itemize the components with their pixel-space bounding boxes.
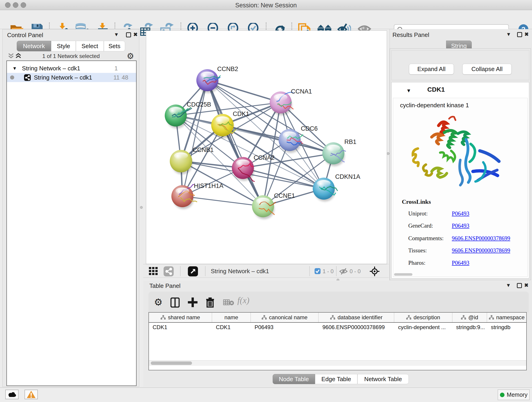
table-panel-collapse-icon[interactable]: ▼	[506, 282, 511, 288]
network-node-count: 11	[114, 74, 120, 81]
svg-text:CDKN1A: CDKN1A	[335, 173, 360, 180]
cell-namespace[interactable]: stringdb	[487, 323, 526, 332]
delete-table-icon[interactable]	[223, 299, 234, 306]
table-panel-float-icon[interactable]	[517, 283, 522, 288]
crosslink-tissues-link[interactable]: 9606.ENSP00000378699	[452, 247, 510, 254]
footer-separator	[336, 266, 336, 276]
control-panel-close-icon[interactable]: ✖	[133, 32, 138, 38]
network-group-row[interactable]: ▼ String Network – cdk1 1	[7, 64, 136, 73]
column-header[interactable]: name	[212, 313, 251, 322]
open-in-window-icon[interactable]	[188, 266, 198, 276]
tab-network-table[interactable]: Network Table	[357, 374, 409, 384]
network-thumbnail-share-icon[interactable]	[164, 266, 174, 276]
table-row[interactable]: CDK1 CDK1 P06493 9606.ENSP00000378699 cy…	[149, 323, 526, 332]
results-panel-collapse-icon[interactable]: ▼	[506, 32, 511, 37]
expand-all-button[interactable]: Expand All	[409, 64, 454, 75]
tab-network[interactable]: Network	[17, 41, 51, 51]
expand-collapse-section: Expand All Collapse All	[391, 50, 529, 80]
cell-shared-name[interactable]: CDK1	[149, 323, 212, 332]
table-hscrollbar-thumb[interactable]	[151, 361, 192, 365]
crosslink-label: Uniprot:	[408, 211, 428, 217]
tree-expand-icon[interactable]: ▼	[12, 66, 17, 71]
column-hierarchy-icon	[489, 315, 494, 320]
gene-details: cyclin-dependent kinase 1	[393, 98, 528, 277]
control-panel-title: Control Panel	[7, 32, 43, 39]
tab-edge-table[interactable]: Edge Table	[315, 374, 357, 384]
gene-description: cyclin-dependent kinase 1	[400, 102, 469, 109]
column-header[interactable]: description	[394, 313, 452, 322]
control-panel-float-icon[interactable]	[126, 32, 131, 37]
column-header[interactable]: database identifier	[319, 313, 394, 322]
svg-text:CCNB1: CCNB1	[193, 147, 214, 153]
tab-select[interactable]: Select	[76, 41, 104, 51]
right-splitter-handle[interactable]	[387, 152, 389, 155]
cell-name[interactable]: CDK1	[212, 323, 251, 332]
warnings-button[interactable]	[25, 390, 38, 399]
results-panel-title: Results Panel	[393, 32, 429, 38]
column-hierarchy-icon	[262, 315, 267, 320]
table-header-row: shared name name canonical name database…	[149, 313, 526, 323]
show-columns-icon[interactable]	[171, 298, 180, 307]
column-header[interactable]: namespace	[487, 313, 526, 322]
crosslink-pharos-link[interactable]: P06493	[452, 260, 469, 266]
column-hierarchy-icon	[330, 315, 335, 320]
cell-id[interactable]: stringdb:9...	[452, 323, 487, 332]
results-panel-close-icon[interactable]: ✖	[525, 32, 529, 37]
tab-style[interactable]: Style	[51, 41, 76, 51]
delete-column-trash-icon[interactable]	[206, 297, 215, 307]
collapse-all-button[interactable]: Collapse All	[462, 64, 512, 75]
gene-collapse-icon[interactable]: ▼	[406, 88, 411, 94]
cloud-sync-button[interactable]	[5, 390, 19, 399]
column-header[interactable]: canonical name	[251, 313, 319, 322]
hidden-eye-icon[interactable]	[339, 268, 348, 275]
network-footer-bar: String Network – cdk1 1 - 0 0 - 0	[143, 264, 389, 278]
footer-separator	[205, 266, 206, 276]
tab-node-table[interactable]: Node Table	[273, 374, 315, 384]
add-column-plus-icon[interactable]	[188, 298, 197, 307]
cell-canonical-name[interactable]: P06493	[251, 323, 319, 332]
memory-button[interactable]: Memory	[498, 389, 530, 400]
crosslink-label: GeneCard:	[408, 223, 433, 229]
table-settings-gear-icon[interactable]: ⚙	[154, 297, 163, 308]
grid-view-icon[interactable]	[149, 267, 160, 276]
network-options-gear-icon[interactable]: ⚙	[127, 51, 134, 61]
control-panel-collapse-icon[interactable]: ▼	[114, 32, 119, 38]
column-hierarchy-icon	[406, 315, 411, 320]
gene-section: ▼ CDK1 cyclin-dependent kinase 1	[391, 82, 529, 279]
selected-checkbox-icon[interactable]	[315, 268, 321, 274]
column-header[interactable]: shared name	[149, 313, 212, 322]
column-header[interactable]: @id	[452, 313, 487, 322]
svg-text:CDC25B: CDC25B	[187, 101, 211, 108]
crosslink-genecard-link[interactable]: P06493	[452, 223, 469, 229]
results-hscrollbar-thumb[interactable]	[394, 273, 412, 276]
crosslink-uniprot-link[interactable]: P06493	[452, 211, 469, 217]
left-splitter-handle[interactable]	[140, 206, 143, 209]
tab-sets[interactable]: Sets	[104, 41, 125, 51]
network-selection-status: 1 of 1 Network selected	[2, 53, 139, 59]
svg-text:HIST1H1A: HIST1H1A	[194, 182, 223, 189]
svg-text:CCNA2: CCNA2	[254, 154, 275, 161]
network-list: ▼ String Network – cdk1 1 String Network…	[6, 61, 137, 386]
network-graph[interactable]: CCNB2CCNA1CDC25BCDK1CDC6RB1CCNB1CCNA2CDK…	[146, 31, 387, 264]
gene-title: CDK1	[427, 86, 445, 93]
string-results-container: Expand All Collapse All ▼ CDK1 cyclin-de…	[390, 48, 531, 280]
results-panel-float-icon[interactable]	[517, 32, 522, 37]
network-status-dot-icon	[10, 75, 14, 80]
title-bar: Session: New Session	[0, 0, 532, 10]
memory-status-dot-icon	[500, 393, 505, 397]
footer-separator	[309, 266, 310, 276]
table-type-tabs: Node Table Edge Table Network Table	[273, 374, 409, 384]
svg-text:RB1: RB1	[344, 138, 356, 145]
crosslink-compartments-link[interactable]: 9606.ENSP00000378699	[452, 235, 510, 242]
table-panel-close-icon[interactable]: ✖	[524, 282, 528, 288]
cell-description[interactable]: cyclin-dependent ...	[394, 323, 452, 332]
network-row-selected[interactable]: String Network – cdk1 11 48	[7, 73, 136, 82]
column-hierarchy-icon	[161, 315, 166, 320]
fit-content-crosshair-icon[interactable]	[370, 266, 380, 276]
status-bar: Memory	[0, 387, 532, 402]
cell-database-identifier[interactable]: 9606.ENSP00000378699	[319, 323, 394, 332]
footer-network-title: String Network – cdk1	[211, 268, 269, 275]
table-hscrollbar[interactable]	[149, 360, 526, 366]
function-builder-icon[interactable]: f(x)	[237, 295, 249, 305]
node-table: shared name name canonical name database…	[148, 312, 527, 370]
